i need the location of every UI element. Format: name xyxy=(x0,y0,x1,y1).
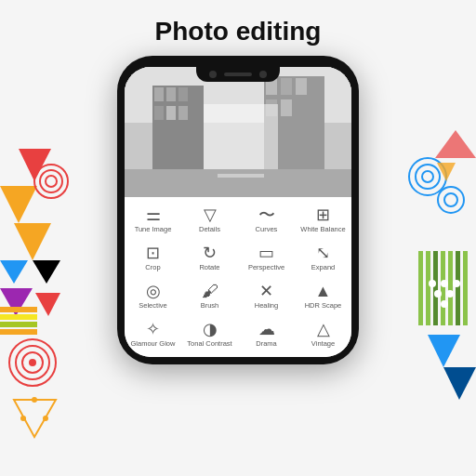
hdr-scape-icon: ▲ xyxy=(315,283,332,299)
tool-details[interactable]: ▽Details xyxy=(181,201,238,239)
svg-marker-43 xyxy=(437,163,456,181)
svg-rect-28 xyxy=(426,251,430,325)
tool-rotate[interactable]: ↻Rotate xyxy=(181,239,238,277)
svg-point-15 xyxy=(16,346,49,379)
tool-healing[interactable]: ✕Healing xyxy=(238,277,295,315)
svg-rect-10 xyxy=(0,329,37,335)
crop-label: Crop xyxy=(145,263,160,271)
expand-icon: ⤡ xyxy=(316,245,330,261)
brush-icon: 🖌 xyxy=(202,283,218,299)
svg-point-37 xyxy=(441,280,448,287)
vintage-label: Vintage xyxy=(311,339,335,348)
svg-point-25 xyxy=(438,187,464,213)
svg-marker-1 xyxy=(0,186,37,223)
front-sensor xyxy=(259,71,267,78)
svg-marker-0 xyxy=(19,149,51,181)
glamour-glow-icon: ✧ xyxy=(146,321,160,337)
tool-hdr-scape[interactable]: ▲HDR Scape xyxy=(295,277,351,315)
drama-icon: ☁ xyxy=(258,321,275,337)
crop-icon: ⊡ xyxy=(146,245,160,261)
tool-perspective[interactable]: ▭Perspective xyxy=(238,239,295,277)
svg-point-11 xyxy=(34,165,68,198)
speaker xyxy=(224,73,252,76)
svg-rect-49 xyxy=(178,87,188,101)
svg-rect-50 xyxy=(154,106,164,120)
tool-crop[interactable]: ⊡Crop xyxy=(125,239,181,277)
tonal-contrast-icon: ◑ xyxy=(203,321,218,337)
tool-curves[interactable]: 〜Curves xyxy=(238,201,295,239)
curves-icon: 〜 xyxy=(258,206,275,223)
selective-label: Selective xyxy=(139,301,166,310)
tool-vintage[interactable]: △Vintage xyxy=(295,315,351,353)
svg-rect-31 xyxy=(448,251,453,325)
vintage-icon: △ xyxy=(317,321,330,337)
photo-preview xyxy=(125,67,351,197)
svg-rect-61 xyxy=(125,169,351,197)
svg-marker-18 xyxy=(14,400,56,437)
page-title: Photo editing xyxy=(0,0,476,46)
svg-rect-58 xyxy=(281,99,292,116)
perspective-icon: ▭ xyxy=(258,245,274,261)
svg-point-19 xyxy=(32,397,37,403)
tool-drama[interactable]: ☁Drama xyxy=(238,315,295,353)
perspective-label: Perspective xyxy=(248,263,284,271)
svg-marker-2 xyxy=(14,223,51,260)
svg-rect-59 xyxy=(296,99,307,116)
tools-grid: ⚌Tune Image▽Details〜Curves⊞White Balance… xyxy=(125,197,351,357)
rotate-label: Rotate xyxy=(199,263,219,271)
tonal-contrast-label: Tonal Contrast xyxy=(187,339,231,348)
curves-label: Curves xyxy=(256,225,278,233)
brush-label: Brush xyxy=(201,301,219,310)
svg-point-36 xyxy=(429,280,436,287)
svg-point-20 xyxy=(20,416,26,421)
expand-label: Expand xyxy=(311,263,335,271)
svg-rect-32 xyxy=(456,251,460,325)
front-camera xyxy=(209,71,217,78)
tool-brush[interactable]: 🖌Brush xyxy=(181,277,238,315)
svg-rect-51 xyxy=(166,106,176,120)
selective-icon: ◎ xyxy=(146,283,161,299)
svg-point-40 xyxy=(446,290,454,298)
svg-rect-29 xyxy=(433,251,438,325)
svg-point-26 xyxy=(444,193,457,206)
white-balance-icon: ⊞ xyxy=(316,206,330,223)
white-balance-label: White Balance xyxy=(300,225,345,233)
svg-point-41 xyxy=(441,300,448,308)
svg-point-24 xyxy=(422,171,433,182)
svg-point-21 xyxy=(43,416,48,421)
svg-point-16 xyxy=(22,352,43,373)
details-icon: ▽ xyxy=(204,206,217,223)
tool-expand[interactable]: ⤡Expand xyxy=(295,239,351,277)
tool-white-balance[interactable]: ⊞White Balance xyxy=(295,201,351,239)
tool-glamour-glow[interactable]: ✧Glamour Glow xyxy=(125,315,181,353)
details-label: Details xyxy=(199,225,220,233)
svg-point-17 xyxy=(29,359,36,366)
phone-notch xyxy=(196,67,280,82)
svg-point-12 xyxy=(40,170,62,192)
svg-point-23 xyxy=(416,165,440,189)
svg-rect-56 xyxy=(296,78,307,95)
svg-marker-34 xyxy=(428,335,460,367)
svg-rect-27 xyxy=(418,251,423,325)
svg-marker-35 xyxy=(443,367,476,400)
svg-rect-47 xyxy=(154,87,164,101)
tune-image-icon: ⚌ xyxy=(146,206,161,223)
svg-rect-9 xyxy=(0,322,37,327)
healing-icon: ✕ xyxy=(259,283,273,299)
hdr-scape-label: HDR Scape xyxy=(305,301,342,310)
tool-tune-image[interactable]: ⚌Tune Image xyxy=(125,201,181,239)
svg-marker-5 xyxy=(0,288,33,316)
rotate-icon: ↻ xyxy=(203,245,217,261)
svg-marker-4 xyxy=(33,260,60,284)
svg-point-38 xyxy=(453,280,460,287)
svg-point-22 xyxy=(409,158,446,195)
tool-tonal-contrast[interactable]: ◑Tonal Contrast xyxy=(181,315,238,353)
svg-rect-52 xyxy=(178,106,188,120)
drama-label: Drama xyxy=(256,339,277,348)
svg-rect-33 xyxy=(463,251,468,325)
tune-image-label: Tune Image xyxy=(135,225,172,233)
phone-screen: ⚌Tune Image▽Details〜Curves⊞White Balance… xyxy=(125,67,351,357)
svg-marker-42 xyxy=(435,130,476,158)
svg-rect-30 xyxy=(441,251,445,325)
tool-selective[interactable]: ◎Selective xyxy=(125,277,181,315)
